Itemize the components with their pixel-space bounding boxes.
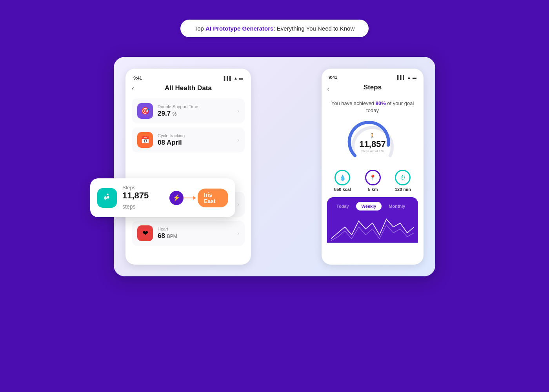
time-icon: ⏱ bbox=[395, 170, 411, 185]
status-bar-right: 9:41 ▌▌▌ ▲ ▬ bbox=[327, 75, 418, 80]
stat-distance: 📍 5 km bbox=[365, 170, 381, 192]
chevron-icon-2: › bbox=[237, 137, 239, 143]
wifi-icon-r: ▲ bbox=[407, 75, 411, 80]
bolt-arrow: ⚡ bbox=[169, 191, 196, 205]
steps-floating-card[interactable]: Steps 11,875 steps ⚡ Iris East bbox=[90, 178, 235, 217]
phone-right: 9:41 ▌▌▌ ▲ ▬ ‹ Steps You have achieved 8… bbox=[322, 69, 424, 265]
gauge-person-icon: 🚶 bbox=[359, 133, 385, 138]
heart-icon: ❤ bbox=[137, 225, 153, 241]
chevron-icon-4: › bbox=[237, 230, 239, 236]
top-banner: Top AI Prototype Generators: Everything … bbox=[180, 20, 369, 37]
arrow-head bbox=[193, 196, 196, 200]
calories-icon: 💧 bbox=[334, 170, 350, 185]
cycle-icon: 📅 bbox=[137, 132, 153, 148]
chart-area: Today Weekly Monthly bbox=[327, 197, 418, 243]
steps-teal-icon bbox=[97, 188, 117, 208]
double-support-label: Double Support Time bbox=[158, 104, 237, 109]
status-time-left: 9:41 bbox=[133, 76, 142, 80]
battery-icon-r: ▬ bbox=[413, 75, 416, 80]
heart-label: Heart bbox=[158, 227, 237, 231]
svg-point-0 bbox=[104, 196, 106, 200]
health-item-double-support[interactable]: 🎯 Double Support Time 29.7 % › bbox=[132, 98, 245, 123]
steps-screen-title: Steps bbox=[364, 83, 382, 91]
distance-value: 5 km bbox=[368, 187, 378, 192]
steps-gauge: 🚶 11,857 Steps out of 15k bbox=[347, 120, 398, 163]
gauge-steps-value: 11,857 bbox=[359, 139, 385, 149]
double-support-value: 29.7 % bbox=[158, 110, 237, 118]
gauge-steps-sub: Steps out of 15k bbox=[359, 149, 385, 153]
wifi-icon: ▲ bbox=[234, 76, 238, 80]
steps-label: Steps bbox=[122, 185, 158, 191]
chevron-icon-3: › bbox=[237, 201, 239, 207]
banner-suffix: : Everything You Need to Know bbox=[273, 25, 354, 32]
double-support-content: Double Support Time 29.7 % bbox=[158, 104, 237, 118]
screen-title-left: All Health Data bbox=[165, 84, 212, 92]
chart-lines bbox=[331, 215, 414, 243]
cycle-content: Cycle tracking 08 April bbox=[158, 133, 237, 147]
signal-icon: ▌▌▌ bbox=[224, 76, 232, 80]
back-button-right[interactable]: ‹ bbox=[327, 85, 329, 93]
back-button-left[interactable]: ‹ bbox=[132, 84, 134, 93]
signal-icon-r: ▌▌▌ bbox=[397, 75, 405, 80]
gauge-center: 🚶 11,857 Steps out of 15k bbox=[359, 133, 385, 153]
battery-icon: ▬ bbox=[239, 76, 243, 80]
cycle-value: 08 April bbox=[158, 139, 237, 147]
phone-header-left: ‹ All Health Data bbox=[132, 84, 245, 92]
arrow-line bbox=[184, 198, 193, 198]
banner-bold: AI Prototype Generators bbox=[205, 25, 273, 32]
banner-prefix: Top bbox=[195, 25, 205, 32]
status-time-right: 9:41 bbox=[329, 75, 337, 80]
double-support-icon: 🎯 bbox=[137, 103, 153, 119]
health-item-heart[interactable]: ❤ Heart 68 BPM › bbox=[132, 221, 245, 246]
steps-info: Steps 11,875 steps bbox=[122, 185, 158, 211]
distance-icon: 📍 bbox=[365, 170, 381, 185]
main-card: 9:41 ▌▌▌ ▲ ▬ ‹ All Health Data 🎯 Double … bbox=[114, 57, 435, 276]
status-bar-left: 9:41 ▌▌▌ ▲ ▬ bbox=[132, 76, 245, 80]
iris-tag: Iris East bbox=[198, 189, 228, 207]
status-icons-right: ▌▌▌ ▲ ▬ bbox=[397, 75, 416, 80]
phone-left: 9:41 ▌▌▌ ▲ ▬ ‹ All Health Data 🎯 Double … bbox=[125, 69, 251, 265]
bolt-icon: ⚡ bbox=[169, 191, 184, 205]
cycle-label: Cycle tracking bbox=[158, 133, 237, 138]
steps-value: 11,875 steps bbox=[122, 191, 158, 211]
heart-value: 68 BPM bbox=[158, 232, 237, 240]
calories-value: 850 kcal bbox=[334, 187, 351, 192]
stat-calories: 💧 850 kcal bbox=[334, 170, 351, 192]
tab-monthly[interactable]: Monthly bbox=[383, 202, 411, 211]
steps-subtitle: You have achieved 80% of your goal today bbox=[327, 100, 418, 114]
stats-row: 💧 850 kcal 📍 5 km ⏱ 120 min bbox=[327, 170, 418, 192]
chart-tabs: Today Weekly Monthly bbox=[331, 202, 414, 211]
phone-header-right: ‹ Steps bbox=[327, 83, 418, 94]
stat-time: ⏱ 120 min bbox=[395, 170, 411, 192]
time-value: 120 min bbox=[395, 187, 411, 192]
tab-today[interactable]: Today bbox=[331, 202, 354, 211]
chevron-icon-1: › bbox=[237, 108, 239, 114]
svg-point-1 bbox=[107, 196, 109, 199]
status-icons-left: ▌▌▌ ▲ ▬ bbox=[224, 76, 243, 80]
heart-content: Heart 68 BPM bbox=[158, 227, 237, 240]
health-item-cycle[interactable]: 📅 Cycle tracking 08 April › bbox=[132, 127, 245, 152]
tab-weekly[interactable]: Weekly bbox=[356, 202, 382, 211]
